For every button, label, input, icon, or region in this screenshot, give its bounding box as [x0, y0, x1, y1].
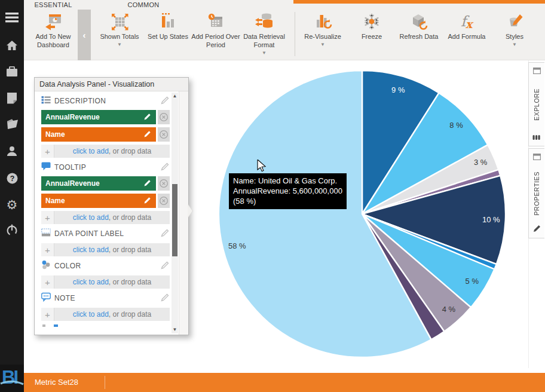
click-to-add-link[interactable]: click to add — [73, 310, 109, 318]
click-to-add-link[interactable]: click to add — [73, 246, 109, 254]
remove-chip-button[interactable] — [158, 176, 170, 191]
edit-pencil-icon[interactable] — [161, 228, 170, 240]
pencil-icon[interactable] — [143, 130, 152, 140]
remove-chip-button[interactable] — [158, 194, 170, 208]
chip-name[interactable]: Name — [41, 194, 156, 208]
chip-name[interactable]: Name — [41, 127, 156, 142]
add-data-row[interactable]: + click to add, or drop data — [41, 308, 170, 321]
add-data-row[interactable]: + click to add, or drop data — [41, 243, 170, 256]
scrollbar-thumb[interactable] — [172, 184, 177, 256]
pencil-icon[interactable] — [143, 179, 152, 189]
ribbon-button-add-to-new-dashboard[interactable]: Add To New Dashboard — [28, 10, 78, 50]
bi-logo[interactable]: BI — [0, 365, 24, 392]
add-data-row[interactable]: + click to add, or drop data — [41, 145, 170, 158]
panel-title[interactable]: Data Analysis Panel - Visualization — [35, 78, 188, 91]
add-period-over-period-icon — [206, 10, 225, 31]
ribbon-button-add-period-over-period[interactable]: Add Period Over Period — [191, 10, 241, 50]
section-label: NOTE — [54, 294, 75, 302]
panel-scrollbar[interactable]: ▲ ▼ — [172, 93, 178, 333]
dropdown-caret-icon[interactable]: ▼ — [320, 42, 325, 47]
ribbon-button-label: Data Retrieval Format — [238, 33, 290, 50]
svg-text:x: x — [466, 17, 474, 30]
data-chip-row: Name — [41, 194, 170, 208]
settings-gear-icon[interactable]: ⚙ — [0, 195, 24, 214]
panel-splitter[interactable] — [179, 91, 188, 335]
section-label: TOOLTIP — [54, 163, 86, 172]
pie-slice-label: 10 % — [482, 215, 500, 224]
click-to-add-link[interactable]: click to add — [73, 278, 109, 286]
ribbon-button-label: Re-Visualize — [304, 33, 341, 41]
pencil-icon — [533, 224, 541, 235]
data-chip-row: Name — [41, 127, 170, 142]
ribbon-button-styles[interactable]: Styles ▼ — [491, 10, 538, 47]
pie-slice-label: 4 % — [442, 305, 456, 314]
chip-label: AnnualRevenue — [45, 113, 100, 121]
dropdown-caret-icon[interactable]: ▼ — [512, 42, 517, 47]
folder-icon[interactable] — [0, 115, 24, 134]
edit-pencil-icon[interactable] — [161, 293, 170, 304]
ribbon-button-freeze[interactable]: Freeze — [348, 10, 396, 41]
shown-totals-icon — [110, 10, 129, 31]
menu-icon[interactable] — [0, 8, 24, 27]
dropdown-caret-icon[interactable]: ▼ — [262, 51, 267, 56]
power-icon[interactable] — [0, 220, 24, 240]
help-icon[interactable]: ? — [0, 169, 24, 188]
edit-pencil-icon[interactable] — [161, 96, 170, 107]
remove-chip-button[interactable] — [158, 110, 170, 124]
home-icon[interactable] — [0, 36, 24, 55]
data-chip-row: AnnualRevenue — [41, 176, 170, 191]
chart-tooltip: Name: United Oil & Gas Corp. AnnualReven… — [229, 173, 347, 209]
drop-data-hint: , or drop data — [109, 246, 151, 254]
tab-essential[interactable]: ESSENTIAL — [29, 1, 77, 10]
pencil-icon[interactable] — [143, 196, 152, 206]
pencil-icon[interactable] — [143, 112, 152, 122]
chip-label: AnnualRevenue — [45, 179, 100, 188]
edit-pencil-icon[interactable] — [161, 261, 170, 272]
metric-set-label[interactable]: Metric Set28 — [35, 373, 78, 392]
dropdown-caret-icon[interactable]: ▼ — [117, 42, 122, 47]
pie-slice-label: 8 % — [449, 121, 463, 130]
set-up-states-icon — [159, 10, 177, 31]
ribbon-button-label: Add Formula — [448, 33, 486, 41]
tab-properties[interactable]: PROPERTIES — [528, 148, 544, 238]
ribbon-button-data-retrieval-format[interactable]: Data Retrieval Format ▼ — [238, 10, 290, 56]
plus-icon: + — [41, 211, 54, 224]
add-to-new-dashboard-icon — [44, 10, 63, 31]
chip-annualrevenue[interactable]: AnnualRevenue — [41, 110, 156, 124]
remove-chip-button[interactable] — [158, 127, 170, 142]
add-formula-icon: fx — [457, 10, 476, 31]
ribbon-button-label: Freeze — [362, 33, 382, 41]
ribbon-button-re-visualize[interactable]: Re-Visualize ▼ — [299, 10, 347, 47]
chip-annualrevenue[interactable]: AnnualRevenue — [41, 176, 156, 191]
data-retrieval-format-icon — [254, 10, 274, 31]
scroll-down-icon[interactable]: ▼ — [172, 326, 178, 333]
chip-label: Name — [45, 197, 65, 205]
briefcase-icon[interactable] — [0, 62, 24, 81]
user-icon[interactable] — [0, 142, 24, 161]
add-data-row[interactable]: + click to add, or drop data — [41, 275, 170, 289]
freeze-icon — [362, 10, 381, 31]
add-data-row[interactable]: + click to add, or drop data — [41, 211, 170, 224]
tooltip-line-name: Name: United Oil & Gas Corp. — [233, 176, 337, 185]
section-note: NOTE — [41, 292, 170, 305]
click-to-add-link[interactable]: click to add — [73, 213, 109, 222]
plus-icon: + — [41, 308, 54, 321]
tab-explore[interactable]: EXPLORE — [528, 62, 544, 146]
pie-chart[interactable]: 9 %8 %3 %10 %5 %4 %58 % — [197, 62, 532, 368]
ribbon-button-label: Add To New Dashboard — [28, 33, 78, 50]
edit-pencil-icon[interactable] — [161, 162, 170, 173]
note-bubble-icon — [41, 292, 51, 304]
ribbon-collapse-button[interactable]: ‹ — [78, 10, 91, 60]
panel-expand-arrow[interactable] — [188, 204, 192, 218]
refresh-data-icon — [409, 10, 428, 31]
click-to-add-link[interactable]: click to add — [73, 147, 109, 155]
ribbon-button-shown-totals[interactable]: Shown Totals ▼ — [96, 10, 143, 47]
note-icon[interactable] — [0, 88, 24, 108]
tab-common[interactable]: COMMON — [120, 1, 167, 10]
ribbon-button-add-formula[interactable]: fx Add Formula — [443, 10, 491, 41]
label-icon — [41, 228, 51, 240]
scroll-up-icon[interactable]: ▲ — [172, 93, 178, 100]
ribbon-button-refresh-data[interactable]: Refresh Data — [395, 10, 443, 41]
ribbon-button-set-up-states[interactable]: Set Up States — [144, 10, 192, 41]
tooltip-bubble-icon — [41, 161, 51, 173]
